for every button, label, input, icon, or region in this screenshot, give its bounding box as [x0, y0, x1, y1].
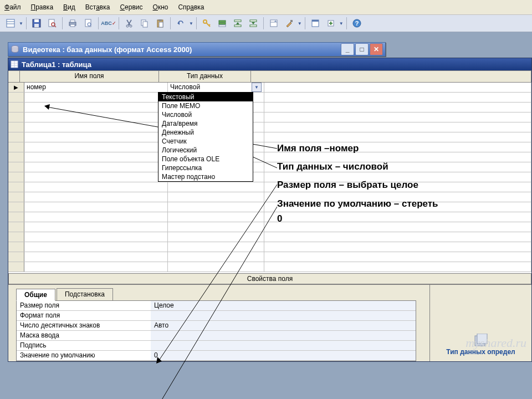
dd-item[interactable]: Текстовый [158, 93, 253, 101]
close-button[interactable]: ✕ [370, 43, 383, 55]
paste-icon[interactable] [153, 16, 167, 30]
row-selector[interactable] [8, 212, 24, 222]
db-window-icon[interactable] [308, 16, 323, 30]
hint-text: Тип данных определ [446, 348, 515, 356]
menu-help[interactable]: Справка [178, 3, 204, 11]
col-header-name[interactable]: Имя поля [20, 71, 159, 82]
table-row[interactable] [8, 122, 531, 132]
field-name-cell[interactable]: номер [24, 83, 168, 92]
type-dropdown[interactable]: Текстовый Поле МЕМО Числовой Дата/время … [158, 92, 253, 182]
dd-item[interactable]: Поле объекта OLE [158, 155, 253, 163]
menu-view[interactable]: Вид [63, 3, 75, 11]
row-selector[interactable] [8, 242, 24, 252]
row-selector[interactable] [8, 232, 24, 242]
svg-rect-22 [159, 22, 163, 27]
save-icon[interactable] [29, 16, 44, 30]
row-selector[interactable] [8, 172, 24, 182]
prop-row-format[interactable]: Формат поля [17, 311, 416, 321]
print-icon[interactable] [65, 16, 80, 30]
svg-rect-32 [234, 25, 241, 27]
tab-lookup[interactable]: Подстановка [57, 288, 113, 300]
view-button[interactable] [3, 16, 18, 30]
row-selector[interactable] [8, 103, 24, 112]
spell-icon[interactable]: ABC✓ [101, 16, 116, 30]
tab-general[interactable]: Общие [16, 289, 55, 301]
svg-rect-29 [219, 25, 226, 27]
menu-insert[interactable]: Вставка [85, 3, 110, 11]
prop-row-size[interactable]: Размер поляЦелое [17, 301, 416, 311]
row-selector[interactable] [8, 252, 24, 262]
table-row[interactable] [8, 252, 531, 262]
menu-file[interactable]: Файл [4, 3, 21, 11]
col-header-type[interactable]: Тип данных [159, 71, 251, 82]
builder-icon[interactable] [282, 16, 296, 30]
delete-rows-icon[interactable] [246, 16, 260, 30]
menubar: Файл Правка Вид Вставка Сервис Окно Спра… [0, 0, 532, 15]
table-row[interactable] [8, 93, 531, 103]
row-selector[interactable] [8, 182, 24, 192]
dd-item[interactable]: Денежный [158, 128, 253, 137]
insert-rows-icon[interactable] [231, 16, 245, 30]
menu-window[interactable]: Окно [153, 3, 168, 11]
menu-service[interactable]: Сервис [120, 3, 142, 11]
svg-marker-35 [252, 22, 255, 24]
row-selector[interactable] [8, 152, 24, 162]
prop-row-caption[interactable]: Подпись [17, 341, 416, 351]
props-tabs: Общие Подстановка [8, 285, 429, 300]
row-selector[interactable] [8, 122, 24, 132]
dd-item[interactable]: Счетчик [158, 137, 253, 146]
row-selector[interactable] [8, 262, 24, 272]
col-header-desc[interactable] [251, 71, 531, 82]
help-icon[interactable]: ? [350, 16, 364, 30]
table-titlebar[interactable]: Таблица1 : таблица [8, 58, 531, 70]
field-desc-cell[interactable] [264, 83, 531, 92]
copy-icon[interactable] [137, 16, 152, 30]
minimize-button[interactable]: _ [341, 43, 354, 55]
row-selector[interactable] [8, 192, 24, 202]
table-row[interactable] [8, 112, 531, 122]
table-row[interactable] [8, 232, 531, 242]
svg-rect-28 [219, 23, 226, 24]
row-selector[interactable] [8, 132, 24, 142]
key-icon[interactable] [200, 16, 214, 30]
db-titlebar[interactable]: Видеотека : база данных (формат Access 2… [8, 43, 385, 56]
row-selector[interactable] [8, 142, 24, 152]
row-selector[interactable] [8, 112, 24, 122]
menu-edit[interactable]: Правка [31, 3, 54, 11]
dd-item[interactable]: Мастер подстано [158, 172, 253, 181]
row-selector[interactable] [8, 162, 24, 172]
undo-icon[interactable] [173, 16, 188, 30]
row-selector[interactable] [8, 222, 24, 232]
table-row[interactable] [8, 103, 531, 112]
annotation-4: Значение по умолчанию – стереть 0 [277, 196, 443, 226]
row-indicator-icon[interactable]: ▶ [8, 83, 24, 92]
annotations-overlay: Имя поля –номер Тип данных – числовой Ра… [277, 137, 515, 229]
prop-row-decimals[interactable]: Число десятичных знаковАвто [17, 321, 416, 331]
cut-icon[interactable] [122, 16, 136, 30]
chevron-down-icon[interactable]: ▼ [252, 83, 262, 92]
prop-row-mask[interactable]: Маска ввода [17, 331, 416, 341]
table-row[interactable] [8, 262, 531, 272]
table-icon [11, 60, 18, 68]
new-object-icon[interactable] [324, 16, 338, 30]
search-file-icon[interactable] [45, 16, 59, 30]
prop-row-default[interactable]: Значение по умолчанию0 [17, 351, 416, 361]
dd-item[interactable]: Гиперссылка [158, 163, 253, 172]
svg-rect-11 [70, 24, 75, 27]
dd-item[interactable]: Поле МЕМО [158, 101, 253, 110]
preview-icon[interactable] [81, 16, 95, 30]
dd-item[interactable]: Числовой [158, 110, 253, 119]
toolbar: ▼ ABC✓ ▼ ▼ ▼ ? [0, 15, 532, 32]
row-selector[interactable] [8, 202, 24, 212]
row-selector[interactable] [8, 93, 24, 102]
properties-icon[interactable] [267, 16, 281, 30]
table-row[interactable]: ▶ номер Числовой ▼ [8, 83, 531, 93]
svg-point-16 [126, 25, 129, 27]
dd-item[interactable]: Дата/время [158, 119, 253, 128]
table-row[interactable] [8, 242, 531, 252]
row-selector-header [8, 71, 20, 82]
field-type-cell[interactable]: Числовой ▼ [168, 83, 264, 92]
maximize-button[interactable]: □ [355, 43, 369, 55]
dd-item[interactable]: Логический [158, 146, 253, 155]
rows-icon[interactable] [215, 16, 229, 30]
